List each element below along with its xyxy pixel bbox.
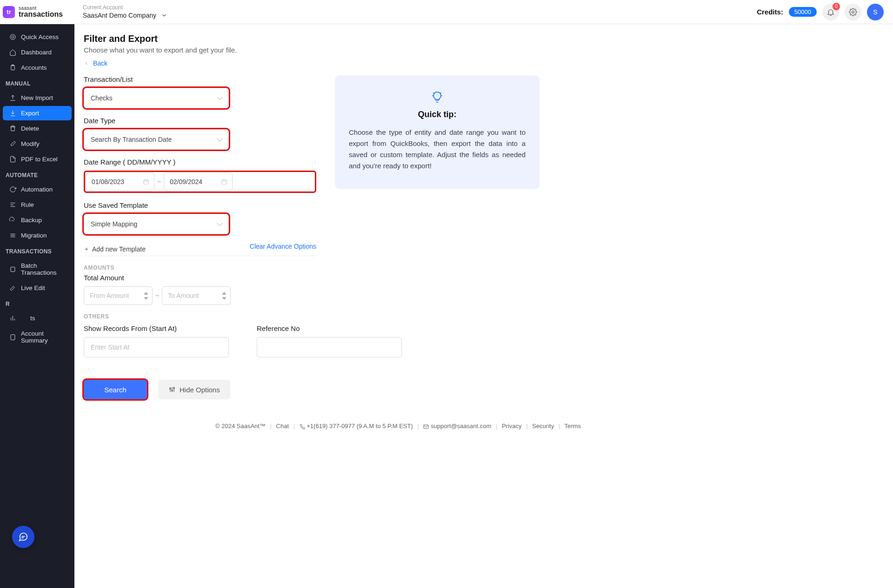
- footer-privacy-link[interactable]: Privacy: [502, 423, 522, 429]
- chart-icon: [9, 315, 16, 322]
- footer-sep: |: [293, 423, 295, 429]
- sidebar-item-delete[interactable]: Delete: [3, 121, 72, 136]
- to-amount-input[interactable]: To Amount: [162, 286, 231, 305]
- back-link[interactable]: Back: [84, 59, 713, 67]
- svg-marker-26: [222, 292, 226, 294]
- hide-options-button[interactable]: Hide Options: [158, 380, 230, 399]
- svg-rect-14: [144, 180, 149, 184]
- add-new-template-link[interactable]: Add new Template: [84, 245, 146, 253]
- settings-button[interactable]: [845, 4, 861, 20]
- sidebar-item-account-summary[interactable]: Account Summary: [3, 326, 72, 348]
- footer-email-link[interactable]: support@saasant.com: [431, 423, 491, 429]
- sidebar-item-accounts[interactable]: Accounts: [3, 60, 72, 75]
- sidebar-label: Automation: [21, 186, 53, 193]
- sidebar-label: Export: [21, 110, 39, 117]
- saved-template-label: Use Saved Template: [84, 201, 316, 209]
- reference-no-input[interactable]: [257, 337, 402, 357]
- sidebar-label: New Import: [21, 94, 53, 101]
- gear-icon: [849, 8, 857, 16]
- sidebar-label: Batch Transactions: [21, 262, 65, 276]
- sidebar-item-export[interactable]: Export: [3, 106, 72, 120]
- reference-no-label: Reference No: [257, 324, 402, 332]
- sidebar-group-transactions: TRANSACTIONS: [0, 244, 74, 258]
- brand-line2: transactions: [19, 11, 63, 18]
- footer-security-link[interactable]: Security: [532, 423, 554, 429]
- stepper-icon[interactable]: [221, 291, 227, 301]
- footer: © 2024 SaasAnt™ | Chat | +1(619) 377-097…: [84, 423, 713, 429]
- sidebar-label: Rule: [21, 201, 34, 208]
- sidebar-label: Live Edit: [21, 284, 45, 291]
- footer-chat-link[interactable]: Chat: [276, 423, 289, 429]
- date-from-input[interactable]: 01/08/2023: [86, 172, 154, 191]
- to-amount-placeholder: To Amount: [168, 292, 199, 299]
- sidebar-group-manual: MANUAL: [0, 76, 74, 90]
- doc-icon: [9, 334, 16, 341]
- svg-marker-27: [222, 297, 226, 299]
- brand-line1: saasant: [19, 6, 63, 11]
- sidebar-item-batch-transactions[interactable]: Batch Transactions: [3, 258, 72, 280]
- date-type-select[interactable]: Search By Transaction Date: [84, 129, 229, 150]
- sidebar-item-new-import[interactable]: New Import: [3, 91, 72, 105]
- date-from-value: 01/08/2023: [92, 178, 124, 185]
- svg-point-0: [852, 11, 854, 13]
- footer-terms-link[interactable]: Terms: [565, 423, 581, 429]
- svg-rect-18: [222, 180, 227, 184]
- svg-line-37: [440, 92, 441, 93]
- start-at-input[interactable]: Enter Start At: [84, 337, 229, 357]
- home-icon: [9, 49, 16, 56]
- page-title: Filter and Export: [84, 33, 713, 44]
- sidebar-item-live-edit[interactable]: Live Edit: [3, 281, 72, 295]
- sidebar-label: Delete: [21, 125, 39, 132]
- edit-icon: [9, 140, 16, 147]
- chat-fab[interactable]: [12, 526, 34, 548]
- sidebar-label: Migration: [21, 232, 47, 239]
- sidebar-label: ts: [30, 315, 35, 322]
- brand: tr saasant transactions: [0, 6, 74, 18]
- sidebar-item-quick-access[interactable]: Quick Access: [3, 30, 72, 44]
- footer-sep: |: [496, 423, 497, 429]
- footer-sep: |: [559, 423, 560, 429]
- sidebar-item-rule[interactable]: Rule: [3, 198, 72, 212]
- topbar-right: Credits: 50000 0 S: [757, 4, 884, 20]
- sidebar-label: Backup: [21, 217, 42, 224]
- saved-template-select[interactable]: Simple Mapping: [84, 214, 229, 234]
- sidebar-item-automation[interactable]: Automation: [3, 182, 72, 197]
- svg-rect-5: [11, 127, 15, 131]
- clear-advance-options-link[interactable]: Clear Advance Options: [250, 243, 316, 250]
- transaction-list-select[interactable]: Checks: [84, 88, 229, 108]
- quick-tip-card: Quick tip: Choose the type of entity and…: [335, 75, 540, 189]
- stepper-icon[interactable]: [143, 291, 149, 301]
- avatar[interactable]: S: [867, 4, 884, 20]
- sidebar-item-reports-partial[interactable]: ts: [3, 311, 72, 325]
- notifications-button[interactable]: 0: [822, 4, 839, 20]
- from-amount-input[interactable]: From Amount: [84, 286, 153, 305]
- date-to-input[interactable]: 02/09/2024: [164, 172, 233, 191]
- svg-line-36: [433, 92, 434, 93]
- search-button[interactable]: Search: [84, 380, 147, 399]
- pencil-icon: [9, 284, 16, 291]
- footer-copyright: © 2024 SaasAnt™: [215, 423, 266, 429]
- sidebar-item-backup[interactable]: Backup: [3, 213, 72, 227]
- notif-badge: 0: [833, 3, 840, 10]
- rule-icon: [9, 201, 16, 208]
- cloud-icon: [9, 217, 16, 224]
- svg-rect-13: [11, 334, 15, 339]
- date-type-label: Date Type: [84, 117, 316, 125]
- tip-body: Choose the type of entity and date range…: [349, 127, 526, 172]
- amount-separator: ~: [153, 292, 162, 299]
- svg-point-1: [10, 34, 15, 40]
- svg-point-2: [12, 36, 14, 38]
- sidebar-item-dashboard[interactable]: Dashboard: [3, 45, 72, 59]
- amounts-section-title: AMOUNTS: [84, 264, 316, 271]
- top-bar: tr saasant transactions Current Account …: [0, 0, 893, 24]
- sidebar-label: Quick Access: [21, 33, 59, 40]
- account-label: Current Account: [83, 4, 167, 12]
- start-at-placeholder: Enter Start At: [91, 344, 129, 351]
- avatar-letter: S: [873, 8, 877, 16]
- account-switcher[interactable]: Current Account SaasAnt Demo Company: [83, 4, 167, 20]
- sidebar-item-pdf-to-excel[interactable]: PDF to Excel: [3, 152, 72, 166]
- list-icon: [9, 232, 16, 239]
- sidebar-item-modify[interactable]: Modify: [3, 137, 72, 151]
- account-name[interactable]: SaasAnt Demo Company: [83, 11, 167, 20]
- sidebar-item-migration[interactable]: Migration: [3, 228, 72, 243]
